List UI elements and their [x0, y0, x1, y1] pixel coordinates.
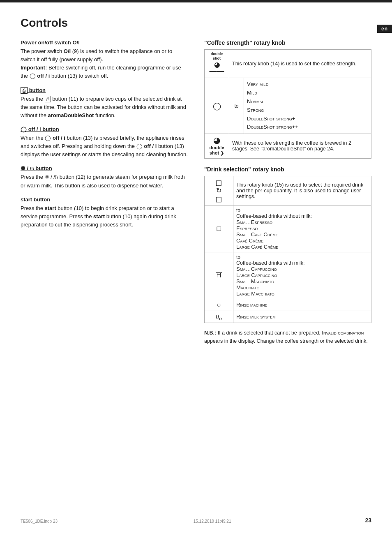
drink-intro-text: This rotary knob (15) is used to select …: [233, 176, 371, 205]
drink-row-with-milk: ⛩ to Coffee-based drinks with milk: Smal…: [205, 252, 371, 299]
footer-file: TE506_1DE.indb 23: [21, 519, 58, 524]
strength-to-label: to: [229, 78, 244, 134]
strength-row-levels: ◯ to Very mild Mild Normal Strong Double…: [205, 78, 371, 134]
section-p-heading: ⎙ button: [21, 87, 188, 93]
drink-rinse-milk-icon: uo: [205, 311, 233, 323]
section-start-body: Press the start button (10) to begin dri…: [21, 204, 188, 229]
drink-no-milk-icons: ◻: [205, 205, 233, 252]
nb-text: If a drink is selected that cannot be pr…: [204, 330, 368, 344]
left-column: Power on/off switch O/I The power switch…: [21, 39, 188, 345]
drink-rinse-machine-icon: ○: [205, 299, 233, 311]
section-power-heading: Power on/off switch O/I: [21, 39, 188, 46]
drink-selection-heading: "Drink selection" rotary knob: [204, 166, 371, 173]
strength-icon-top: double shot ◕ ——: [205, 50, 229, 78]
drink-with-milk-label: to Coffee-based drinks with milk: Small …: [233, 252, 371, 299]
right-column: "Coffee strength" rotary knob double sho…: [204, 39, 371, 345]
strength-row-doubleshot: ◕ doubleshot ❯ With these coffee strengt…: [205, 134, 371, 158]
section-steam-body: Press the ☸ / /!\ button (12) to generat…: [21, 173, 188, 189]
strength-row-intro: double shot ◕ —— This rotary knob (14) i…: [205, 50, 371, 78]
drink-icon-top: ◻ ↻ ◻: [205, 176, 233, 205]
content-area: Power on/off switch O/I The power switch…: [21, 39, 371, 345]
strength-levels-list: Very mild Mild Normal Strong DoubleShot …: [244, 78, 371, 134]
double-shot-icon-cell: ◕ doubleshot ❯: [205, 134, 229, 158]
coffee-strength-heading: "Coffee strength" rotary knob: [204, 39, 371, 46]
drink-row-rinse-milk: uo Rinse milk system: [205, 311, 371, 323]
drink-row-no-milk: ◻ to Coffee-based drinks without milk: S…: [205, 205, 371, 252]
footer-info: TE506_1DE.indb 23 15.12.2010 11:49:21: [21, 519, 231, 524]
page-number: 23: [365, 517, 371, 524]
drink-rinse-machine-label: Rinse machine: [233, 299, 371, 311]
drink-no-milk-label: to Coffee-based drinks without milk: Sma…: [233, 205, 371, 252]
page-title: Controls: [21, 16, 371, 30]
drink-selection-table: ◻ ↻ ◻ This rotary knob (15) is used to s…: [204, 176, 371, 323]
nb-label: N.B.:: [204, 330, 216, 336]
section-power-body: The power switch O/I (9) is used to swit…: [21, 47, 188, 81]
strength-intro-text: This rotary knob (14) is used to set the…: [229, 50, 371, 78]
footer-date: 15.12.2010 11:49:21: [194, 519, 231, 524]
strength-level-icons: ◯: [205, 78, 229, 134]
drink-row-intro: ◻ ↻ ◻ This rotary knob (15) is used to s…: [205, 176, 371, 205]
section-off-heading: ◯ off / i button: [21, 126, 188, 132]
coffee-strength-table: double shot ◕ —— This rotary knob (14) i…: [204, 49, 371, 159]
section-steam-heading: ☸ / /!\ button: [21, 165, 188, 171]
section-off-body: When the ◯ off / i button (13) is presse…: [21, 134, 188, 159]
section-p-body: Press the ⎙ button (11) to prepare two c…: [21, 95, 188, 120]
top-border: [0, 0, 392, 2]
drink-rinse-milk-label: Rinse milk system: [233, 311, 371, 323]
drink-with-milk-icons: ⛩: [205, 252, 233, 299]
drink-row-rinse-machine: ○ Rinse machine: [205, 299, 371, 311]
nb-paragraph: N.B.: If a drink is selected that cannot…: [204, 329, 371, 345]
lang-badge: en: [377, 25, 392, 33]
section-start-heading: start button: [21, 196, 188, 203]
page: en Controls Power on/off switch O/I The …: [0, 0, 392, 540]
double-shot-desc: With these coffee strengths the coffee i…: [229, 134, 371, 158]
